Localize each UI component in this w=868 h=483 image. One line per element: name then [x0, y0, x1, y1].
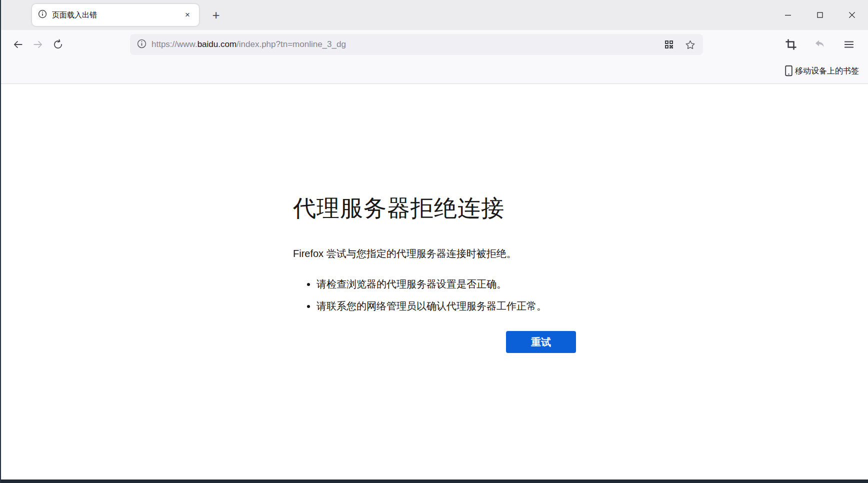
tab-title: 页面载入出错: [52, 10, 176, 20]
reload-icon: [52, 39, 64, 50]
screenshot-crop-button[interactable]: [783, 36, 799, 52]
back-arrow-icon: [12, 39, 24, 50]
error-container: 代理服务器拒绝连接 Firefox 尝试与您指定的代理服务器连接时被拒绝。 请检…: [293, 84, 576, 353]
url-prefix: https://www.: [152, 40, 198, 49]
error-suggestions-list: 请检查浏览器的代理服务器设置是否正确。 请联系您的网络管理员以确认代理服务器工作…: [293, 278, 576, 313]
error-suggestion-item: 请联系您的网络管理员以确认代理服务器工作正常。: [316, 300, 576, 313]
error-title: 代理服务器拒绝连接: [293, 193, 576, 224]
url-path: /index.php?tn=monline_3_dg: [236, 40, 346, 49]
close-icon: [848, 10, 856, 20]
active-tab[interactable]: 页面载入出错 ×: [32, 4, 199, 26]
toolbar-right-actions: [783, 36, 861, 52]
bookmarks-toolbar: 移动设备上的书签: [1, 59, 868, 84]
reload-button[interactable]: [48, 34, 68, 54]
back-button[interactable]: [8, 34, 28, 54]
maximize-icon: [816, 11, 824, 19]
retry-button[interactable]: 重试: [506, 331, 576, 353]
qr-code-icon: [664, 40, 674, 50]
info-circle-icon: [38, 10, 47, 20]
menu-button[interactable]: [841, 36, 857, 52]
forward-arrow-icon: [32, 39, 44, 50]
taskbar-edge: [1, 480, 868, 483]
crop-icon: [786, 39, 796, 50]
mobile-bookmarks-item[interactable]: 移动设备上的书签: [782, 63, 862, 80]
undo-arrow-icon: [814, 38, 826, 50]
site-info-icon[interactable]: [137, 39, 146, 50]
tab-close-button[interactable]: ×: [181, 8, 194, 22]
minimize-icon: [784, 11, 792, 19]
url-domain: baidu.com: [198, 40, 236, 49]
hamburger-icon: [844, 39, 854, 50]
error-suggestion-item: 请检查浏览器的代理服务器设置是否正确。: [316, 278, 576, 291]
minimize-button[interactable]: [772, 0, 804, 30]
navigation-toolbar: https://www.baidu.com/index.php?tn=monli…: [1, 30, 868, 59]
url-bar[interactable]: https://www.baidu.com/index.php?tn=monli…: [130, 34, 703, 55]
browser-window: { "tab_bar": { "active_tab": { "title": …: [0, 0, 868, 483]
close-window-button[interactable]: [836, 0, 868, 30]
mobile-bookmarks-label: 移动设备上的书签: [795, 66, 859, 76]
maximize-button[interactable]: [804, 0, 836, 30]
page-content: 代理服务器拒绝连接 Firefox 尝试与您指定的代理服务器连接时被拒绝。 请检…: [1, 84, 868, 480]
tab-strip: 页面载入出错 × +: [1, 0, 868, 30]
bookmark-star-button[interactable]: [682, 36, 698, 52]
undo-button[interactable]: [812, 36, 828, 52]
phone-icon: [784, 65, 793, 78]
window-controls: [772, 0, 868, 30]
url-text[interactable]: https://www.baidu.com/index.php?tn=monli…: [152, 40, 656, 50]
qr-code-button[interactable]: [661, 36, 677, 52]
star-icon: [685, 40, 696, 50]
error-description: Firefox 尝试与您指定的代理服务器连接时被拒绝。: [293, 247, 576, 260]
forward-button[interactable]: [28, 34, 48, 54]
new-tab-button[interactable]: +: [207, 6, 225, 24]
button-row: 重试: [293, 331, 576, 353]
